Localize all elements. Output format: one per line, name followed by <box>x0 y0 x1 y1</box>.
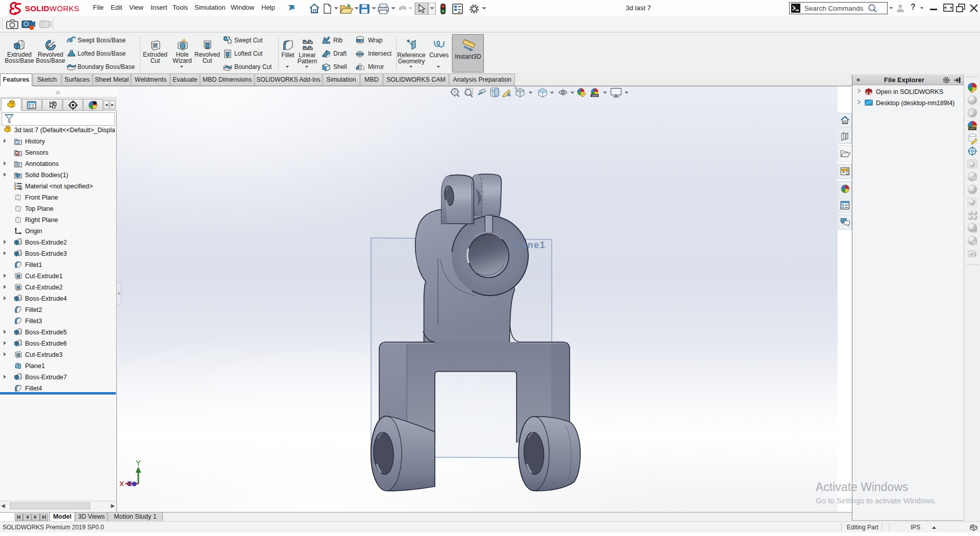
svg-text:A: A <box>16 162 19 167</box>
svg-text:Plane1: Plane1 <box>511 240 546 250</box>
svg-text:S: S <box>866 91 868 94</box>
svg-text:SOLIDWORKS: SOLIDWORKS <box>25 4 80 13</box>
svg-text:W: W <box>869 92 872 95</box>
